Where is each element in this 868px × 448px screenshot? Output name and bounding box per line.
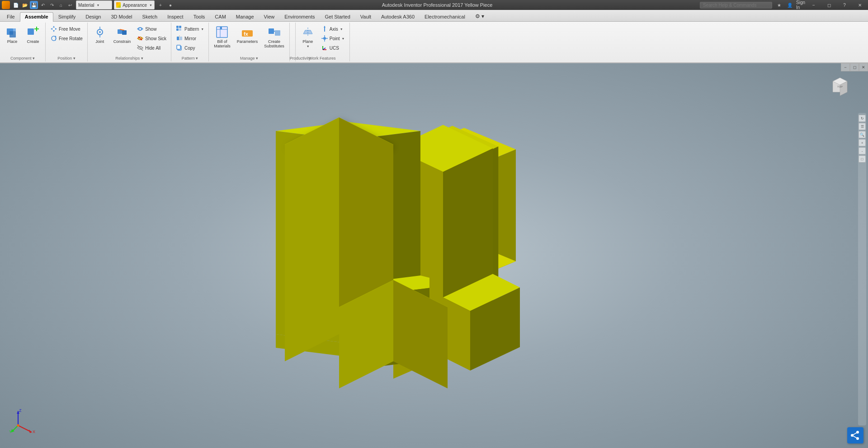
close-btn[interactable]: ✕ — [854, 0, 866, 10]
mirror-label: Mirror — [184, 36, 196, 41]
joint-label: Joint — [95, 40, 104, 44]
appearance-dropdown[interactable]: Appearance ▼ — [114, 0, 155, 9]
workfeatures-group-label: Work Features — [296, 56, 349, 61]
svg-line-22 — [137, 45, 143, 51]
tab-tools[interactable]: Tools — [189, 12, 210, 21]
bom-label: Bill ofMaterials — [214, 40, 231, 49]
nav-zoomout-btn[interactable]: - — [859, 147, 866, 154]
showsick-button[interactable]: Show Sick — [135, 34, 168, 43]
bom-button[interactable]: Bill ofMaterials — [212, 23, 233, 50]
minimize-btn[interactable]: − — [807, 0, 820, 10]
point-button[interactable]: Point ▼ — [319, 34, 347, 43]
svg-line-93 — [852, 432, 858, 435]
qa-new-btn[interactable]: 📄 — [12, 1, 20, 9]
tab-inspect[interactable]: Inspect — [162, 12, 188, 21]
workfeatures-col: Axis ▼ Point ▼ UCS — [319, 23, 347, 52]
nav-zoom-btn[interactable]: 🔍 — [859, 131, 866, 138]
tab-electro[interactable]: Electromechanical — [420, 12, 470, 21]
qa-back-btn[interactable]: ↩ — [66, 1, 74, 9]
tab-manage[interactable]: Manage — [231, 12, 259, 21]
quick-access-toolbar: 📄 📂 💾 ↶ ↷ ⌂ ↩ — [12, 1, 74, 9]
search-input[interactable] — [700, 2, 772, 9]
lshape-isometric — [203, 117, 429, 415]
tab-view[interactable]: View — [259, 12, 280, 21]
svg-rect-24 — [179, 26, 181, 28]
freemove-button[interactable]: Free Move — [48, 24, 85, 33]
material-dropdown[interactable]: Material ▼ — [76, 0, 112, 9]
hideall-button[interactable]: Hide All — [135, 43, 168, 52]
pattern-button[interactable]: Pattern ▼ — [174, 24, 206, 33]
qa-undo-btn[interactable]: ↶ — [39, 1, 47, 9]
ucs-icon — [321, 44, 328, 51]
nav-orbit-btn[interactable]: ↻ — [859, 115, 866, 122]
help-btn[interactable]: ? — [838, 0, 851, 10]
ucs-label: UCS — [330, 46, 339, 51]
restore-btn[interactable]: ◻ — [823, 0, 835, 10]
qa-redo-btn[interactable]: ↷ — [48, 1, 56, 9]
z-axis-label: Z — [19, 408, 22, 413]
vp-minimize-btn[interactable]: − — [841, 63, 850, 71]
ribbon-group-position: Free Move Free Rotate Position ▾ — [46, 23, 88, 61]
vp-restore-btn[interactable]: ◻ — [850, 63, 859, 71]
ribbon-group-relationships: Joint Constrain Show — [88, 23, 171, 61]
svg-marker-8 — [51, 28, 52, 30]
tab-file[interactable]: File — [2, 12, 20, 21]
plane-dd-arrow: ▼ — [307, 45, 310, 48]
svg-marker-7 — [53, 30, 55, 32]
manage-buttons: Bill ofMaterials fx Parameters CreateSub… — [212, 23, 287, 61]
place-button[interactable]: Place — [3, 23, 22, 46]
viewcube[interactable]: TOP — [826, 72, 854, 101]
tab-a360[interactable]: Autodesk A360 — [376, 12, 420, 21]
copy-button[interactable]: Copy — [174, 43, 206, 52]
constrain-icon — [115, 25, 129, 39]
qa-open-btn[interactable]: 📂 — [21, 1, 29, 9]
point-label: Point — [330, 36, 340, 41]
tab-design[interactable]: Design — [80, 12, 106, 21]
nav-fit-btn[interactable]: □ — [859, 155, 866, 163]
plane-icon — [301, 25, 315, 39]
qa-globe-btn[interactable]: ● — [166, 1, 175, 9]
tab-simplify[interactable]: Simplify — [53, 12, 81, 21]
svg-rect-39 — [275, 30, 280, 36]
plane-label: Plane — [302, 40, 313, 44]
share-button[interactable] — [847, 427, 863, 443]
viewport[interactable]: − ◻ ✕ — [0, 63, 868, 448]
signin-btn[interactable]: Sign In — [797, 1, 805, 9]
tab-cam[interactable]: CAM — [210, 12, 231, 21]
joint-button[interactable]: Joint — [90, 23, 109, 46]
tab-assemble[interactable]: Assemble — [20, 12, 53, 22]
star-icon[interactable]: ★ — [775, 1, 783, 9]
ucs-button[interactable]: UCS — [319, 43, 347, 52]
createsubstitutes-button[interactable]: CreateSubstitutes — [262, 23, 287, 50]
nav-zoomin-btn[interactable]: + — [859, 139, 866, 146]
mirror-button[interactable]: Mirror — [174, 34, 206, 43]
create-button[interactable]: Create — [24, 23, 42, 46]
ribbon-group-productivity: Productivity — [290, 23, 296, 61]
show-icon — [137, 25, 144, 33]
tab-vault[interactable]: Vault — [355, 12, 376, 21]
qa-save-btn[interactable]: 💾 — [30, 1, 38, 9]
manage-group-label: Manage ▾ — [209, 56, 289, 61]
tab-3dmodel[interactable]: 3D Model — [106, 12, 137, 21]
qa-plus-btn[interactable]: + — [156, 1, 165, 9]
component-group-label: Component ▾ — [0, 56, 45, 61]
qa-home-btn[interactable]: ⌂ — [57, 1, 65, 9]
freerotate-button[interactable]: Free Rotate — [48, 34, 85, 43]
svg-rect-3 — [28, 28, 34, 35]
ribbon-group-workfeatures: Plane ▼ Axis ▼ Point ▼ — [296, 23, 350, 61]
axis-button[interactable]: Axis ▼ — [319, 24, 347, 33]
nav-pan-btn[interactable]: ☰ — [859, 123, 866, 130]
parameters-button[interactable]: fx Parameters — [235, 23, 260, 46]
social-icon[interactable]: 👤 — [786, 1, 794, 9]
tab-environments[interactable]: Environments — [279, 12, 320, 21]
tab-options[interactable]: ⚙ ▾ — [470, 11, 489, 21]
tab-getstarted[interactable]: Get Started — [320, 12, 355, 21]
ribbon-tabs: File Assemble Simplify Design 3D Model S… — [0, 10, 868, 22]
vp-close-btn[interactable]: ✕ — [859, 63, 868, 71]
mirror-icon — [176, 35, 183, 42]
tab-sketch[interactable]: Sketch — [137, 12, 163, 21]
nav-controls: ↻ ☰ 🔍 + - □ — [858, 113, 866, 425]
constrain-button[interactable]: Constrain — [111, 23, 133, 46]
show-button[interactable]: Show — [135, 24, 168, 33]
plane-button[interactable]: Plane ▼ — [298, 23, 317, 49]
